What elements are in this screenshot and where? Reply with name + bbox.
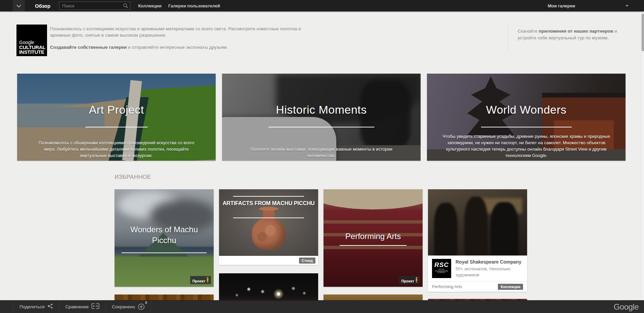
hero-underline [85,127,147,127]
partner-apps-text: Скачайте приложения от наших партнеров и… [518,28,635,41]
featured-card-rsc[interactable]: RSC ROYAL SHAKESPEARE COMPANY Royal Shak… [428,189,527,292]
partner-prefix: Скачайте [518,29,539,34]
saved-label: Сохранено [112,304,135,309]
compare-icon [91,303,99,310]
saved-count-badge: 0 [145,301,147,305]
artifacts-vase-image: ARTIFACTS FROM MACHU PICCHU [219,189,318,256]
featured-card-title: Wonders of Machu Picchu [115,224,214,246]
rsc-costume-image [428,189,527,256]
intro-text-block: Познакомьтесь с коллекциями искусства и … [50,26,322,50]
art-shape [490,202,518,256]
stand-badge: Стенд [299,258,315,264]
title-rule-bottom [233,218,304,218]
featured-card-title: ARTIFACTS FROM MACHU PICCHU [219,199,318,207]
search-box [59,2,130,10]
featured-section-title: ИЗБРАННОЕ [115,174,151,181]
rsc-logo-subtext: ROYAL SHAKESPEARE COMPANY [434,269,449,273]
bottom-toolbar: Поделиться Сравнение Сохранено [0,300,644,313]
hero-description: Познакомьтесь с обширными коллекциями пр… [34,140,199,159]
title-rule-top [233,196,304,197]
featured-card-underline [122,252,207,253]
hero-card-historic-moments[interactable]: Historic Moments Посетите онлайн-выставк… [222,74,421,161]
featured-card-machu-picchu[interactable]: Wonders of Machu Picchu Проект [115,189,214,287]
rsc-text-block: Royal Shakespeare Company 50+ экспонатов… [456,259,523,278]
nav-link-collections[interactable]: Коллекции [138,3,162,8]
featured-card-title: Performing Arts [324,231,423,242]
hero-title: World Wonders [427,103,626,116]
plus-circle-icon: 0 [138,303,145,310]
project-badge: Проект [190,276,211,284]
nav-toggle-button[interactable] [13,0,25,11]
search-input[interactable] [59,2,130,10]
art-shape [252,218,286,250]
compare-label: Сравнение [66,304,89,309]
art-shape [324,220,423,224]
machu-picchu-image: Wonders of Machu Picchu Проект [115,189,214,287]
google-logo: Google [614,302,639,312]
intro-paragraph-2: Создавайте собственные галереи и отправл… [50,44,322,50]
compare-button[interactable]: Сравнение [59,301,105,313]
partner-name[interactable]: Royal Shakespeare Company [456,259,523,265]
art-shape [464,197,488,256]
rsc-bottom-row: Performing Arts Коллекция [428,281,527,291]
partner-meta: 50+ экспонатов, Несколько художников [456,266,523,278]
partner-apps-link[interactable]: приложения от наших партнеров [539,29,613,34]
caret-down-icon[interactable] [626,5,629,7]
chevron-down-icon [16,3,21,9]
featured-card-performing-arts[interactable]: Performing Arts Проект [324,189,423,287]
logo-institute-text: INSTITUTE [19,50,46,54]
page-title-overview: Обзор [35,3,50,9]
hero-description: Чтобы увидеть старинные усадьбы, древние… [436,133,617,159]
intro-paragraph-2-bold: Создавайте собственные галереи [50,45,127,50]
hero-underline [268,127,374,127]
pegman-icon [415,277,418,283]
collection-badge: Коллекция [498,284,523,290]
share-button[interactable]: Поделиться [13,301,59,313]
hero-card-art-project[interactable]: Art Project Познакомьтесь с обширными ко… [17,74,216,161]
category-label[interactable]: Performing Arts [432,284,462,289]
featured-card-artifacts[interactable]: ARTIFACTS FROM MACHU PICCHU Стенд [219,189,318,265]
top-navigation-bar: Обзор Коллекции Галереи пользователей Мо… [0,0,644,11]
hero-underline [481,127,572,127]
my-galleries-menu[interactable]: Мои галереи [548,3,575,8]
intro-paragraph-1: Познакомьтесь с коллекциями искусства и … [50,26,322,38]
scrollbar-thumb[interactable] [642,14,644,51]
card-footer: Стенд [219,256,318,265]
google-cultural-institute-page: Обзор Коллекции Галереи пользователей Мо… [0,0,644,313]
art-shape [324,189,423,209]
featured-card-underline [340,245,406,246]
pegman-icon [206,277,209,283]
hero-card-row: Art Project Познакомьтесь с обширными ко… [17,74,626,161]
search-icon[interactable] [123,3,128,10]
saved-button[interactable]: Сохранено 0 [105,301,151,313]
scrollbar[interactable] [641,11,644,313]
share-icon [47,303,53,310]
intro-paragraph-2-rest: и отправляйте интересные экспонаты друзь… [127,45,228,50]
share-label: Поделиться [19,304,45,309]
art-shape [324,246,423,249]
hero-title: Historic Moments [222,103,421,116]
header-divider [508,24,508,53]
rsc-logo: RSC ROYAL SHAKESPEARE COMPANY [432,259,451,278]
opera-house-image: Performing Arts Проект [324,189,423,287]
art-shape [434,203,458,256]
rsc-logo-text: RSC [432,262,451,268]
project-badge-label: Проект [401,279,414,283]
nav-link-user-galleries[interactable]: Галереи пользователей [168,3,220,8]
project-badge: Проект [399,276,420,284]
hero-description: Посетите онлайн-выставки, освещающие важ… [246,146,397,159]
hero-card-world-wonders[interactable]: World Wonders Чтобы увидеть старинные ус… [427,74,626,161]
project-badge-label: Проект [192,279,205,283]
rsc-card-footer: RSC ROYAL SHAKESPEARE COMPANY Royal Shak… [428,256,527,278]
hero-title: Art Project [17,103,216,116]
cultural-institute-logo[interactable]: Google CULTURAL INSTITUTE [16,25,47,56]
